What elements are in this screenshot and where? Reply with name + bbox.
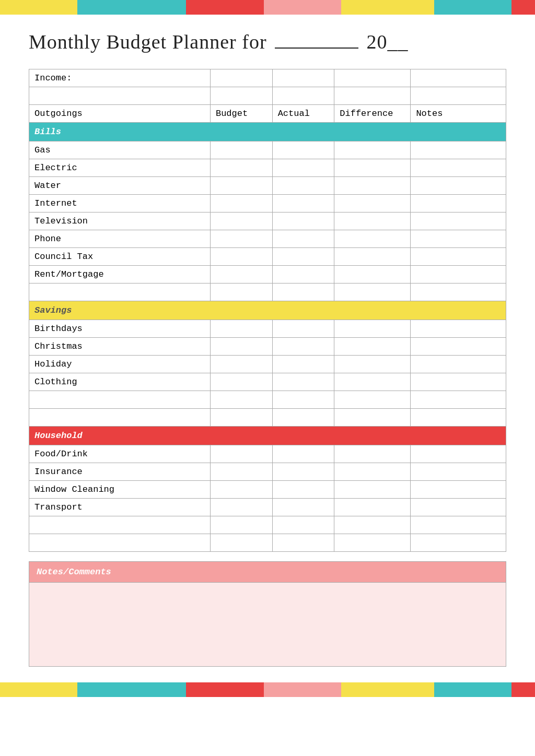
bar-teal-1 bbox=[77, 0, 186, 15]
col-actual: Actual bbox=[272, 105, 334, 123]
gas-actual bbox=[272, 141, 334, 159]
income-label: Income: bbox=[29, 69, 211, 87]
table-row: Phone bbox=[29, 230, 506, 248]
gas-diff bbox=[334, 141, 411, 159]
notes-section: Notes/Comments bbox=[29, 561, 506, 667]
top-color-bar bbox=[0, 0, 535, 15]
item-birthdays: Birthdays bbox=[29, 320, 211, 338]
item-gas: Gas bbox=[29, 141, 211, 159]
page-title: Monthly Budget Planner for 20__ bbox=[29, 30, 506, 53]
item-water: Water bbox=[29, 177, 211, 195]
table-row: Rent/Mortgage bbox=[29, 266, 506, 284]
table-row: Internet bbox=[29, 195, 506, 212]
bottom-color-bar bbox=[0, 682, 535, 697]
table-row: Water bbox=[29, 177, 506, 195]
category-savings-header: Savings bbox=[29, 301, 506, 320]
table-row: Council Tax bbox=[29, 248, 506, 266]
spacer-row-3 bbox=[29, 391, 506, 409]
income-actual bbox=[272, 69, 334, 87]
bar-bottom-red-1 bbox=[186, 682, 263, 697]
item-internet: Internet bbox=[29, 195, 211, 212]
table-row: Birthdays bbox=[29, 320, 506, 338]
item-christmas: Christmas bbox=[29, 338, 211, 356]
bar-yellow-2 bbox=[341, 0, 434, 15]
notes-header: Notes/Comments bbox=[29, 562, 506, 583]
bar-red-2 bbox=[511, 0, 535, 15]
table-row: Christmas bbox=[29, 338, 506, 356]
income-diff bbox=[334, 69, 411, 87]
table-row: Food/Drink bbox=[29, 445, 506, 463]
item-television: Television bbox=[29, 212, 211, 230]
savings-label: Savings bbox=[29, 301, 506, 320]
table-row: Window Cleaning bbox=[29, 481, 506, 499]
table-row: Holiday bbox=[29, 356, 506, 373]
gas-budget bbox=[210, 141, 272, 159]
bar-bottom-teal-1 bbox=[77, 682, 186, 697]
budget-table: Income: Outgoings Budget Actual Differen… bbox=[29, 69, 506, 552]
item-transport: Transport bbox=[29, 499, 211, 516]
spacer-row-4 bbox=[29, 409, 506, 427]
spacer-row-1 bbox=[29, 87, 506, 105]
income-budget bbox=[210, 69, 272, 87]
bar-teal-2 bbox=[434, 0, 511, 15]
table-row: Insurance bbox=[29, 463, 506, 481]
column-header-row: Outgoings Budget Actual Difference Notes bbox=[29, 105, 506, 123]
item-clothing: Clothing bbox=[29, 373, 211, 391]
main-content: Monthly Budget Planner for 20__ Income: bbox=[0, 15, 535, 682]
col-outgoings: Outgoings bbox=[29, 105, 211, 123]
bills-label: Bills bbox=[29, 123, 506, 141]
income-row: Income: bbox=[29, 69, 506, 87]
bar-bottom-pink-1 bbox=[264, 682, 341, 697]
title-year: 20__ bbox=[367, 31, 409, 53]
item-holiday: Holiday bbox=[29, 356, 211, 373]
item-phone: Phone bbox=[29, 230, 211, 248]
category-household-header: Household bbox=[29, 427, 506, 445]
bar-bottom-yellow-1 bbox=[0, 682, 77, 697]
table-row: Television bbox=[29, 212, 506, 230]
col-notes: Notes bbox=[411, 105, 506, 123]
spacer-row-5 bbox=[29, 516, 506, 534]
title-line bbox=[275, 48, 358, 49]
item-food-drink: Food/Drink bbox=[29, 445, 211, 463]
table-row: Gas bbox=[29, 141, 506, 159]
bar-red-1 bbox=[186, 0, 263, 15]
col-budget: Budget bbox=[210, 105, 272, 123]
table-row: Transport bbox=[29, 499, 506, 516]
page: Monthly Budget Planner for 20__ Income: bbox=[0, 0, 535, 756]
table-row: Electric bbox=[29, 159, 506, 177]
item-insurance: Insurance bbox=[29, 463, 211, 481]
bar-yellow-1 bbox=[0, 0, 77, 15]
item-window-cleaning: Window Cleaning bbox=[29, 481, 211, 499]
bar-pink-1 bbox=[264, 0, 341, 15]
bar-bottom-red-2 bbox=[511, 682, 535, 697]
item-rent-mortgage: Rent/Mortgage bbox=[29, 266, 211, 284]
category-bills-header: Bills bbox=[29, 123, 506, 141]
notes-body[interactable] bbox=[29, 583, 506, 666]
spacer-row-6 bbox=[29, 534, 506, 552]
gas-notes bbox=[411, 141, 506, 159]
col-difference: Difference bbox=[334, 105, 411, 123]
item-council-tax: Council Tax bbox=[29, 248, 211, 266]
bar-bottom-yellow-2 bbox=[341, 682, 434, 697]
spacer-row-2 bbox=[29, 284, 506, 301]
item-electric: Electric bbox=[29, 159, 211, 177]
table-row: Clothing bbox=[29, 373, 506, 391]
title-prefix: Monthly Budget Planner for bbox=[29, 31, 267, 53]
income-notes bbox=[411, 69, 506, 87]
household-label: Household bbox=[29, 427, 506, 445]
bar-bottom-teal-2 bbox=[434, 682, 511, 697]
